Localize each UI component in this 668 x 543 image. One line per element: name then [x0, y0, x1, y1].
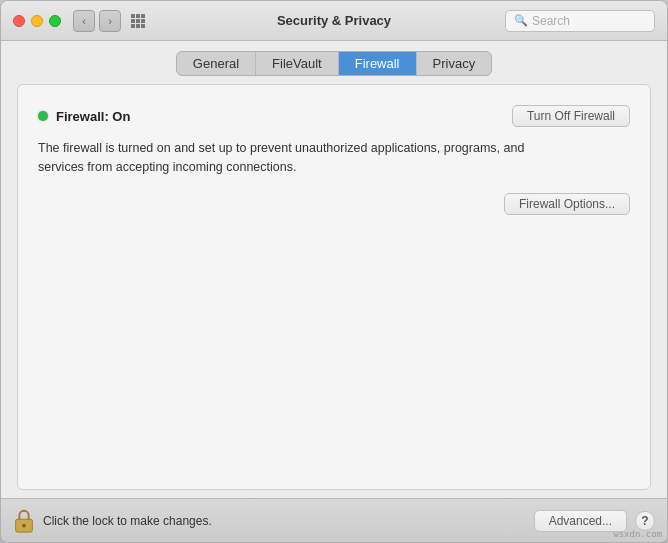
firewall-status-label: Firewall: On	[56, 109, 130, 124]
forward-button[interactable]: ›	[99, 10, 121, 32]
close-button[interactable]	[13, 15, 25, 27]
window-title: Security & Privacy	[277, 13, 391, 28]
tab-firewall[interactable]: Firewall	[339, 52, 417, 75]
tab-group: General FileVault Firewall Privacy	[176, 51, 492, 76]
turn-off-firewall-button[interactable]: Turn Off Firewall	[512, 105, 630, 127]
firewall-options-button[interactable]: Firewall Options...	[504, 193, 630, 215]
status-indicator	[38, 111, 48, 121]
tab-general[interactable]: General	[177, 52, 256, 75]
minimize-button[interactable]	[31, 15, 43, 27]
search-icon: 🔍	[514, 14, 528, 27]
maximize-button[interactable]	[49, 15, 61, 27]
lock-message: Click the lock to make changes.	[43, 514, 534, 528]
titlebar: ‹ › Security & Privacy 🔍 Search	[1, 1, 667, 41]
content-panel: Firewall: On Turn Off Firewall The firew…	[17, 84, 651, 490]
svg-point-1	[22, 523, 26, 527]
traffic-lights	[13, 15, 61, 27]
back-button[interactable]: ‹	[73, 10, 95, 32]
grid-icon	[131, 14, 145, 28]
bottom-bar: Click the lock to make changes. Advanced…	[1, 498, 667, 542]
search-box[interactable]: 🔍 Search	[505, 10, 655, 32]
nav-buttons: ‹ ›	[73, 10, 121, 32]
tab-toolbar: General FileVault Firewall Privacy	[1, 41, 667, 84]
watermark: wsxdn.com	[613, 529, 662, 539]
help-button[interactable]: ?	[635, 511, 655, 531]
firewall-description: The firewall is turned on and set up to …	[38, 139, 558, 177]
window: ‹ › Security & Privacy 🔍 Search General …	[0, 0, 668, 543]
lock-icon[interactable]	[13, 508, 35, 534]
back-arrow-icon: ‹	[82, 15, 86, 27]
grid-button[interactable]	[127, 10, 149, 32]
tab-privacy[interactable]: Privacy	[417, 52, 492, 75]
search-placeholder: Search	[532, 14, 570, 28]
firewall-status-row: Firewall: On Turn Off Firewall	[38, 105, 630, 127]
forward-arrow-icon: ›	[108, 15, 112, 27]
tab-filevault[interactable]: FileVault	[256, 52, 339, 75]
